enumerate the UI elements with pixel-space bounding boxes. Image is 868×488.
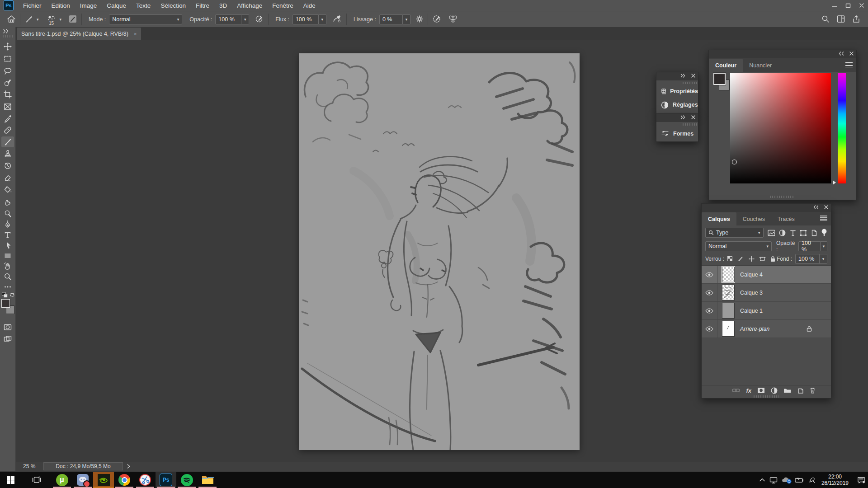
tool-smudge[interactable] (1, 196, 14, 207)
dock-gripper[interactable] (683, 123, 698, 126)
pressure-opacity-icon[interactable] (255, 14, 264, 25)
search-icon[interactable] (821, 14, 830, 25)
lock-position-icon[interactable] (748, 256, 755, 262)
taskbar-spotify[interactable] (176, 472, 197, 488)
menu-image[interactable]: Image (75, 0, 102, 11)
menu-aide[interactable]: Aide (298, 0, 321, 11)
close-icon[interactable] (824, 205, 828, 209)
delete-layer-icon[interactable] (810, 387, 816, 394)
taskbar-utorrent[interactable]: µ (52, 472, 72, 488)
onedrive-icon[interactable] (782, 477, 791, 483)
layer-opacity-input[interactable]: 100 % (798, 241, 821, 251)
minimize-button[interactable] (832, 3, 837, 8)
layer-blend-mode-select[interactable]: Normal▾ (705, 241, 772, 251)
layer-name[interactable]: Calque 4 (740, 272, 763, 278)
tool-pen[interactable] (1, 219, 14, 230)
tool-lasso[interactable] (1, 66, 14, 76)
tab-nuancier[interactable]: Nuancier (743, 59, 778, 72)
taskbar-discord[interactable] (72, 472, 93, 488)
layer-row-calque3[interactable]: Calque 3 (702, 284, 831, 302)
layer-name[interactable]: Calque 3 (740, 290, 763, 296)
color-field[interactable] (730, 73, 831, 183)
flow-slider-button[interactable]: ▾ (319, 14, 326, 24)
battery-icon[interactable] (795, 477, 804, 483)
panel-menu-icon[interactable] (820, 215, 827, 222)
new-layer-icon[interactable] (797, 387, 804, 394)
layer-row-calque4[interactable]: Calque 4 (702, 266, 831, 284)
tool-eyedropper[interactable] (1, 113, 14, 124)
dock-gripper[interactable] (683, 82, 698, 84)
home-icon[interactable] (6, 14, 16, 25)
taskbar-nvidia-active[interactable] (93, 472, 114, 488)
lock-pixels-icon[interactable] (737, 256, 744, 262)
toggle-brush-panel-icon[interactable] (68, 14, 78, 25)
layer-visibility-toggle[interactable] (702, 320, 717, 338)
close-icon[interactable] (849, 52, 854, 56)
layer-fill-input[interactable]: 100 % (795, 254, 820, 264)
tool-shape-rectangle[interactable] (1, 250, 14, 261)
close-button[interactable] (859, 3, 864, 8)
tool-history-brush[interactable] (1, 160, 14, 171)
edit-toolbar-ellipsis[interactable] (1, 282, 14, 292)
tool-move[interactable] (1, 41, 14, 52)
tab-traces[interactable]: Tracés (771, 212, 801, 225)
foreground-color-swatch[interactable] (1, 299, 10, 308)
document-size-info[interactable]: Doc : 24,9 Mo/59,5 Mo (43, 462, 123, 470)
flow-input[interactable]: 100 % (292, 14, 319, 24)
opacity-input[interactable]: 100 % (215, 14, 241, 24)
menu-edition[interactable]: Edition (47, 0, 75, 11)
filter-pixel-layers-icon[interactable] (768, 230, 775, 236)
share-icon[interactable] (852, 14, 861, 25)
filtering-toggle-icon[interactable] (821, 229, 827, 237)
tool-marquee[interactable] (1, 53, 14, 64)
layer-thumbnail[interactable] (722, 321, 735, 337)
layer-row-arriere-plan[interactable]: Arrière-plan (702, 320, 831, 338)
menu-fenetre[interactable]: Fenêtre (267, 0, 298, 11)
layer-name[interactable]: Arrière-plan (740, 326, 769, 332)
collapse-panel-icon[interactable] (839, 52, 844, 56)
panel-header[interactable] (702, 204, 831, 212)
tool-healing-brush[interactable] (1, 125, 14, 136)
menu-fichier[interactable]: Fichier (18, 0, 47, 11)
pressure-size-icon[interactable] (432, 14, 443, 25)
tool-hand[interactable] (1, 261, 14, 272)
layer-visibility-toggle[interactable] (702, 284, 717, 301)
taskbar-capture-tool[interactable] (135, 472, 156, 488)
tray-chevron-up-icon[interactable] (759, 478, 765, 482)
menu-3d[interactable]: 3D (214, 0, 232, 11)
expand-panel-icon[interactable] (680, 74, 686, 78)
start-button[interactable] (0, 472, 21, 488)
close-icon[interactable] (691, 115, 695, 119)
opacity-slider-button[interactable]: ▾ (241, 14, 249, 24)
tool-zoom[interactable] (1, 271, 14, 282)
brush-tool-preset-icon[interactable]: ▾ (24, 14, 39, 24)
brush-preset-picker[interactable]: 15 (46, 15, 57, 25)
tool-type[interactable] (1, 230, 14, 240)
filter-adjustment-layers-icon[interactable] (779, 230, 786, 236)
layer-visibility-toggle[interactable] (702, 302, 717, 319)
quick-mask-mode-button[interactable] (1, 322, 14, 333)
blend-mode-select[interactable]: Normal▾ (109, 14, 182, 24)
collapse-tools-icon[interactable] (3, 28, 9, 35)
tab-couleur[interactable]: Couleur (709, 59, 743, 72)
pen-tablet-icon[interactable] (808, 477, 816, 483)
status-options-chevron-icon[interactable] (126, 464, 132, 469)
panel-button-proprietes[interactable]: Propriétés (656, 84, 698, 98)
layer-opacity-slider-button[interactable]: ▾ (821, 241, 827, 251)
add-layer-mask-icon[interactable] (757, 387, 765, 394)
swap-colors-icon[interactable] (9, 292, 15, 299)
taskbar-photoshop-active[interactable]: Ps (156, 472, 176, 488)
lock-all-icon[interactable] (770, 256, 776, 262)
zoom-level-field[interactable]: 25 % (23, 463, 35, 469)
paint-symmetry-butterfly-icon[interactable] (447, 14, 459, 25)
tool-path-selection[interactable] (1, 240, 14, 251)
layer-fill-slider-button[interactable]: ▾ (820, 254, 827, 264)
tool-paint-bucket[interactable] (1, 184, 14, 195)
new-adjustment-layer-icon[interactable] (771, 387, 778, 394)
workspace-switcher-icon[interactable] (836, 14, 845, 25)
task-view-button[interactable] (26, 472, 47, 488)
hue-slider-pointer[interactable] (833, 180, 836, 185)
dock-header[interactable] (656, 72, 698, 80)
link-layers-icon[interactable] (732, 387, 740, 394)
expand-panel-icon[interactable] (680, 115, 686, 119)
